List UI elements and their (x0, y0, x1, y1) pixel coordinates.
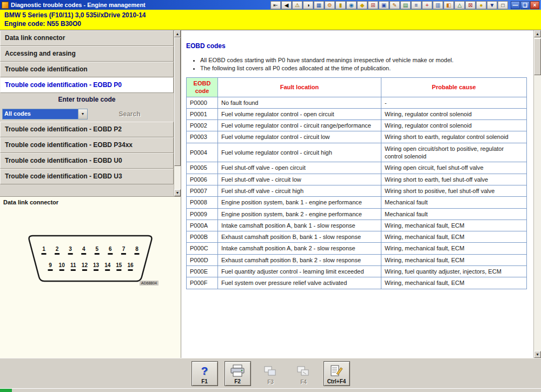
contrast-icon[interactable]: ◑ (303, 1, 313, 9)
scroll-up-icon[interactable]: ▲ (174, 30, 181, 37)
go-back-icon[interactable]: ◀ (281, 1, 292, 9)
statusbar (0, 388, 541, 392)
maximize-button[interactable]: ❑ (520, 1, 530, 9)
document-edit-icon (329, 364, 344, 378)
intro-bullets: All EOBD codes starting with P0 have sta… (200, 57, 528, 71)
dropdown-icon[interactable]: ▼ (487, 1, 497, 9)
main-scroll-thumb[interactable] (534, 38, 541, 75)
chevron-down-icon[interactable]: ▼ (78, 109, 87, 119)
list-icon[interactable]: ≡ (411, 1, 421, 9)
gauge-icon[interactable]: ◉ (346, 1, 357, 9)
battery-icon[interactable]: ▮ (335, 1, 346, 9)
sidebar-item[interactable]: Trouble code identification - EOBD U3 (0, 169, 174, 184)
svg-text:13: 13 (93, 262, 100, 268)
obd-connector-drawing: 12345678910111213141516 (25, 231, 155, 285)
left-column: Data link connector Accessing and erasin… (0, 30, 181, 358)
chart-icon[interactable]: ▤ (400, 1, 411, 9)
sidebar-item[interactable]: Trouble code identification (0, 62, 174, 77)
table-row: P0000 No fault found - (187, 97, 527, 108)
go-first-icon[interactable]: ⇤ (270, 1, 281, 9)
svg-text:8: 8 (135, 246, 138, 252)
sidebar-item[interactable]: Trouble code identification - EOBD P34xx (0, 137, 174, 153)
cause-cell: Mechanical fault (381, 197, 527, 208)
grid-icon[interactable]: ⊞ (368, 1, 378, 9)
code-cell: P0001 (187, 108, 218, 119)
print-button[interactable]: F2 (225, 361, 251, 386)
table-row: P0004 Fuel volume regulator control - ci… (187, 143, 527, 162)
sidebar: Data link connector Accessing and erasin… (0, 30, 181, 196)
add-icon[interactable]: + (422, 1, 432, 9)
code-cell: P0006 (187, 174, 218, 185)
code-cell: P000D (187, 254, 218, 265)
frame-icon[interactable]: □ (498, 1, 508, 9)
edit-icon[interactable]: ✎ (390, 1, 400, 9)
search-button[interactable]: Search (88, 110, 171, 118)
panel-icon[interactable]: ▥ (433, 1, 443, 9)
footer-toolbar: ? F1 F2 F3 (0, 358, 541, 388)
titlebar-toolbar: ⇤ ◀ ⚠ ◑ ▦ ⚙ ▮ ◉ ◆ ⊞ ▣ ✎ (270, 1, 508, 9)
cause-cell: Wiring open circuit/short to positive, r… (381, 143, 527, 162)
sidebar-items: Data link connector Accessing and erasin… (0, 30, 174, 184)
code-cell: P0003 (187, 131, 218, 143)
diagram-reference-code: AD68804 (140, 281, 159, 285)
monitor-icon[interactable]: ▦ (314, 1, 324, 9)
fault-cell: Fuel shut-off valve - circuit high (218, 185, 381, 196)
save-icon[interactable]: ▣ (379, 1, 389, 9)
vehicle-model: BMW 5 Series (F10/11) 3,0 535i/xDrive 20… (4, 11, 537, 19)
svg-text:3: 3 (69, 246, 72, 252)
bullet-item: The following list covers all P0 codes a… (200, 65, 528, 71)
connector-panel: Data link connector 12345678910111213141… (0, 196, 181, 358)
sidebar-item[interactable]: Trouble code identification - EOBD U0 (0, 153, 174, 169)
half-grid-icon[interactable]: ◧ (444, 1, 454, 9)
svg-text:7: 7 (122, 246, 126, 252)
svg-text:5: 5 (96, 246, 99, 252)
cause-cell: Wiring, regulator control solenoid (381, 108, 527, 119)
svg-text:14: 14 (104, 262, 111, 268)
sidebar-item[interactable]: Data link connector (0, 30, 174, 46)
triangle-icon[interactable]: △ (454, 1, 465, 9)
code-cell: P000F (187, 277, 218, 289)
help-icon: ? (201, 364, 208, 378)
table-row: P0003 Fuel volume regulator control - ci… (187, 131, 527, 143)
fault-cell: Fuel shut-off valve - circuit low (218, 174, 381, 185)
table-row: P000B Exhaust camshaft position B, bank … (187, 231, 527, 243)
gear-icon[interactable]: ⚙ (325, 1, 335, 9)
main-panel: EOBD codes All EOBD codes starting with … (181, 30, 541, 358)
sidebar-scroll-thumb[interactable] (174, 37, 181, 166)
scroll-down-icon[interactable]: ▼ (174, 189, 181, 196)
sidebar-item[interactable]: Trouble code identification - EOBD P2 (0, 122, 174, 137)
table-header-row: EOBD code Fault location Probable cause (187, 78, 527, 97)
svg-text:15: 15 (116, 262, 122, 268)
sidebar-item[interactable]: Accessing and erasing (0, 46, 174, 62)
fault-cell: Fuel shut-off valve - open circuit (218, 162, 381, 174)
table-row: P000A Intake camshaft position A, bank 1… (187, 220, 527, 231)
close-doc-icon[interactable]: ⊠ (465, 1, 476, 9)
dot-icon[interactable]: ● (476, 1, 486, 9)
scroll-up-icon[interactable]: ▲ (534, 30, 541, 37)
scroll-down-icon[interactable]: ▼ (534, 351, 541, 358)
printer-icon (230, 364, 245, 378)
close-button[interactable]: × (530, 1, 539, 9)
cause-cell: Wiring short to positive, fuel shut-off … (381, 185, 527, 196)
svg-text:11: 11 (70, 262, 76, 268)
fault-cell: Engine position system, bank 1 - engine … (218, 197, 381, 208)
app-window: Diagnostic trouble codes - Engine manage… (0, 0, 541, 392)
spark-icon[interactable]: ◆ (357, 1, 367, 9)
table-row: P0001 Fuel volume regulator control - op… (187, 108, 527, 119)
content-area: Data link connector Accessing and erasin… (0, 30, 541, 358)
fault-cell: Fuel volume regulator control - open cir… (218, 108, 381, 119)
help-button[interactable]: ? F1 (192, 361, 218, 386)
fault-cell: No fault found (218, 97, 381, 108)
sidebar-item[interactable]: Trouble code identification - EOBD P0 (0, 77, 174, 93)
copy-window-icon (296, 364, 311, 378)
code-cell: P000B (187, 231, 218, 243)
page-title: EOBD codes (186, 42, 528, 50)
fault-cell: Exhaust camshaft position B, bank 2 - sl… (218, 254, 381, 265)
minimize-button[interactable]: — (511, 1, 520, 9)
fault-cell: Fuel quantity adjuster control - learnin… (218, 266, 381, 277)
trouble-code-select[interactable]: All codes ▼ (2, 109, 88, 119)
table-row: P000F Fuel system over pressure relief v… (187, 277, 527, 289)
svg-text:1: 1 (42, 246, 45, 252)
notes-button[interactable]: Ctrl+F4 (324, 361, 350, 386)
warning-triangle-icon[interactable]: ⚠ (292, 1, 302, 9)
